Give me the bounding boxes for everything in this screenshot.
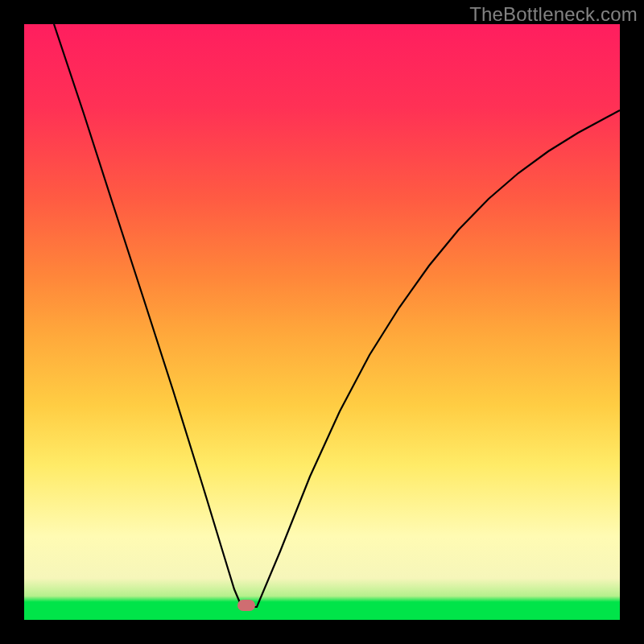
watermark-text: TheBottleneck.com bbox=[469, 3, 638, 26]
curve-layer bbox=[24, 24, 620, 620]
minimum-marker bbox=[237, 600, 255, 611]
chart-frame: TheBottleneck.com bbox=[0, 0, 644, 644]
bottleneck-curve bbox=[54, 24, 620, 608]
plot-area bbox=[24, 24, 620, 620]
